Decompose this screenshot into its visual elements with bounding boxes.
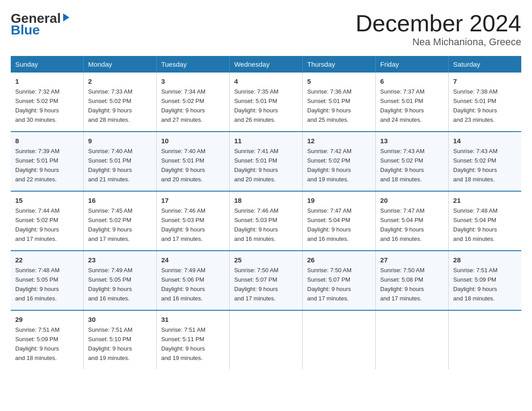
header-monday: Monday — [83, 56, 156, 73]
day-number: 8 — [15, 136, 79, 146]
calendar-day-cell: 23 Sunrise: 7:49 AMSunset: 5:05 PMDaylig… — [83, 251, 156, 310]
calendar-day-cell: 15 Sunrise: 7:44 AMSunset: 5:02 PMDaylig… — [11, 191, 83, 251]
calendar-day-cell: 5 Sunrise: 7:36 AMSunset: 5:01 PMDayligh… — [303, 73, 376, 132]
day-number: 24 — [161, 255, 225, 265]
day-number: 26 — [307, 255, 371, 265]
day-number: 30 — [88, 314, 152, 325]
day-info: Sunrise: 7:48 AMSunset: 5:05 PMDaylight:… — [15, 267, 60, 302]
day-number: 31 — [161, 314, 225, 325]
day-number: 1 — [15, 76, 79, 86]
day-number: 23 — [88, 255, 152, 265]
calendar-table: Sunday Monday Tuesday Wednesday Thursday… — [11, 56, 521, 369]
calendar-day-cell: 19 Sunrise: 7:47 AMSunset: 5:04 PMDaylig… — [303, 191, 376, 251]
calendar-week-row: 22 Sunrise: 7:48 AMSunset: 5:05 PMDaylig… — [11, 251, 521, 310]
header-tuesday: Tuesday — [156, 56, 229, 73]
calendar-week-row: 15 Sunrise: 7:44 AMSunset: 5:02 PMDaylig… — [11, 191, 521, 251]
day-number: 19 — [307, 195, 371, 206]
calendar-day-cell — [229, 310, 302, 369]
day-info: Sunrise: 7:49 AMSunset: 5:06 PMDaylight:… — [161, 267, 206, 302]
calendar-week-row: 1 Sunrise: 7:32 AMSunset: 5:02 PMDayligh… — [11, 73, 521, 132]
calendar-day-cell: 10 Sunrise: 7:40 AMSunset: 5:01 PMDaylig… — [156, 132, 229, 191]
day-info: Sunrise: 7:50 AMSunset: 5:08 PMDaylight:… — [380, 267, 425, 302]
day-info: Sunrise: 7:49 AMSunset: 5:05 PMDaylight:… — [88, 267, 133, 302]
calendar-day-cell: 13 Sunrise: 7:43 AMSunset: 5:02 PMDaylig… — [376, 132, 449, 191]
header-saturday: Saturday — [449, 56, 521, 73]
calendar-day-cell: 27 Sunrise: 7:50 AMSunset: 5:08 PMDaylig… — [376, 251, 449, 310]
calendar-day-cell: 20 Sunrise: 7:47 AMSunset: 5:04 PMDaylig… — [376, 191, 449, 251]
day-info: Sunrise: 7:39 AMSunset: 5:01 PMDaylight:… — [15, 148, 60, 183]
calendar-week-row: 29 Sunrise: 7:51 AMSunset: 5:09 PMDaylig… — [11, 310, 521, 369]
day-info: Sunrise: 7:41 AMSunset: 5:01 PMDaylight:… — [234, 148, 279, 183]
day-number: 25 — [234, 255, 298, 265]
calendar-title-area: December 2024 Nea Michaniona, Greece — [356, 11, 521, 48]
day-info: Sunrise: 7:48 AMSunset: 5:04 PMDaylight:… — [453, 207, 498, 242]
day-number: 5 — [307, 76, 371, 86]
day-number: 22 — [15, 255, 79, 265]
day-info: Sunrise: 7:46 AMSunset: 5:03 PMDaylight:… — [161, 207, 206, 242]
day-info: Sunrise: 7:51 AMSunset: 5:09 PMDaylight:… — [453, 267, 498, 302]
calendar-week-row: 8 Sunrise: 7:39 AMSunset: 5:01 PMDayligh… — [11, 132, 521, 191]
calendar-day-cell: 30 Sunrise: 7:51 AMSunset: 5:10 PMDaylig… — [83, 310, 156, 369]
calendar-day-cell: 3 Sunrise: 7:34 AMSunset: 5:02 PMDayligh… — [156, 73, 229, 132]
calendar-day-cell: 31 Sunrise: 7:51 AMSunset: 5:11 PMDaylig… — [156, 310, 229, 369]
calendar-day-cell: 8 Sunrise: 7:39 AMSunset: 5:01 PMDayligh… — [11, 132, 83, 191]
day-number: 18 — [234, 195, 298, 206]
calendar-header-row: Sunday Monday Tuesday Wednesday Thursday… — [11, 56, 521, 73]
calendar-day-cell: 1 Sunrise: 7:32 AMSunset: 5:02 PMDayligh… — [11, 73, 83, 132]
day-info: Sunrise: 7:37 AMSunset: 5:01 PMDaylight:… — [380, 88, 425, 123]
day-info: Sunrise: 7:35 AMSunset: 5:01 PMDaylight:… — [234, 88, 279, 123]
day-number: 15 — [15, 195, 79, 206]
day-info: Sunrise: 7:32 AMSunset: 5:02 PMDaylight:… — [15, 88, 60, 123]
calendar-day-cell: 29 Sunrise: 7:51 AMSunset: 5:09 PMDaylig… — [11, 310, 83, 369]
header-thursday: Thursday — [303, 56, 376, 73]
day-number: 28 — [453, 255, 517, 265]
day-info: Sunrise: 7:34 AMSunset: 5:02 PMDaylight:… — [161, 88, 206, 123]
day-info: Sunrise: 7:44 AMSunset: 5:02 PMDaylight:… — [15, 207, 60, 242]
day-info: Sunrise: 7:42 AMSunset: 5:02 PMDaylight:… — [307, 148, 352, 183]
calendar-day-cell: 6 Sunrise: 7:37 AMSunset: 5:01 PMDayligh… — [376, 73, 449, 132]
day-number: 13 — [380, 136, 444, 146]
day-number: 3 — [161, 76, 225, 86]
page-header: General Blue December 2024 Nea Michanion… — [11, 11, 521, 48]
calendar-day-cell: 12 Sunrise: 7:42 AMSunset: 5:02 PMDaylig… — [303, 132, 376, 191]
calendar-day-cell: 18 Sunrise: 7:46 AMSunset: 5:03 PMDaylig… — [229, 191, 302, 251]
day-info: Sunrise: 7:40 AMSunset: 5:01 PMDaylight:… — [161, 148, 206, 183]
calendar-day-cell — [376, 310, 449, 369]
day-number: 9 — [88, 136, 152, 146]
calendar-title: December 2024 — [356, 11, 521, 36]
day-info: Sunrise: 7:51 AMSunset: 5:09 PMDaylight:… — [15, 326, 60, 361]
day-number: 7 — [453, 76, 517, 86]
day-info: Sunrise: 7:45 AMSunset: 5:02 PMDaylight:… — [88, 207, 133, 242]
day-number: 10 — [161, 136, 225, 146]
calendar-day-cell: 21 Sunrise: 7:48 AMSunset: 5:04 PMDaylig… — [449, 191, 521, 251]
day-number: 11 — [234, 136, 298, 146]
calendar-day-cell: 24 Sunrise: 7:49 AMSunset: 5:06 PMDaylig… — [156, 251, 229, 310]
calendar-day-cell: 2 Sunrise: 7:33 AMSunset: 5:02 PMDayligh… — [83, 73, 156, 132]
header-friday: Friday — [376, 56, 449, 73]
calendar-day-cell — [303, 310, 376, 369]
day-info: Sunrise: 7:43 AMSunset: 5:02 PMDaylight:… — [380, 148, 425, 183]
calendar-day-cell: 17 Sunrise: 7:46 AMSunset: 5:03 PMDaylig… — [156, 191, 229, 251]
day-info: Sunrise: 7:43 AMSunset: 5:02 PMDaylight:… — [453, 148, 498, 183]
calendar-day-cell: 7 Sunrise: 7:38 AMSunset: 5:01 PMDayligh… — [449, 73, 521, 132]
day-number: 29 — [15, 314, 79, 325]
day-info: Sunrise: 7:40 AMSunset: 5:01 PMDaylight:… — [88, 148, 133, 183]
header-sunday: Sunday — [11, 56, 83, 73]
svg-marker-0 — [63, 13, 69, 21]
day-info: Sunrise: 7:46 AMSunset: 5:03 PMDaylight:… — [234, 207, 279, 242]
day-number: 17 — [161, 195, 225, 206]
calendar-day-cell — [449, 310, 521, 369]
day-info: Sunrise: 7:38 AMSunset: 5:01 PMDaylight:… — [453, 88, 498, 123]
day-number: 21 — [453, 195, 517, 206]
day-info: Sunrise: 7:47 AMSunset: 5:04 PMDaylight:… — [380, 207, 425, 242]
day-number: 4 — [234, 76, 298, 86]
day-number: 2 — [88, 76, 152, 86]
day-number: 27 — [380, 255, 444, 265]
calendar-day-cell: 22 Sunrise: 7:48 AMSunset: 5:05 PMDaylig… — [11, 251, 83, 310]
logo-arrow-icon — [61, 13, 71, 22]
day-info: Sunrise: 7:47 AMSunset: 5:04 PMDaylight:… — [307, 207, 352, 242]
calendar-day-cell: 9 Sunrise: 7:40 AMSunset: 5:01 PMDayligh… — [83, 132, 156, 191]
calendar-day-cell: 25 Sunrise: 7:50 AMSunset: 5:07 PMDaylig… — [229, 251, 302, 310]
day-number: 12 — [307, 136, 371, 146]
day-number: 14 — [453, 136, 517, 146]
